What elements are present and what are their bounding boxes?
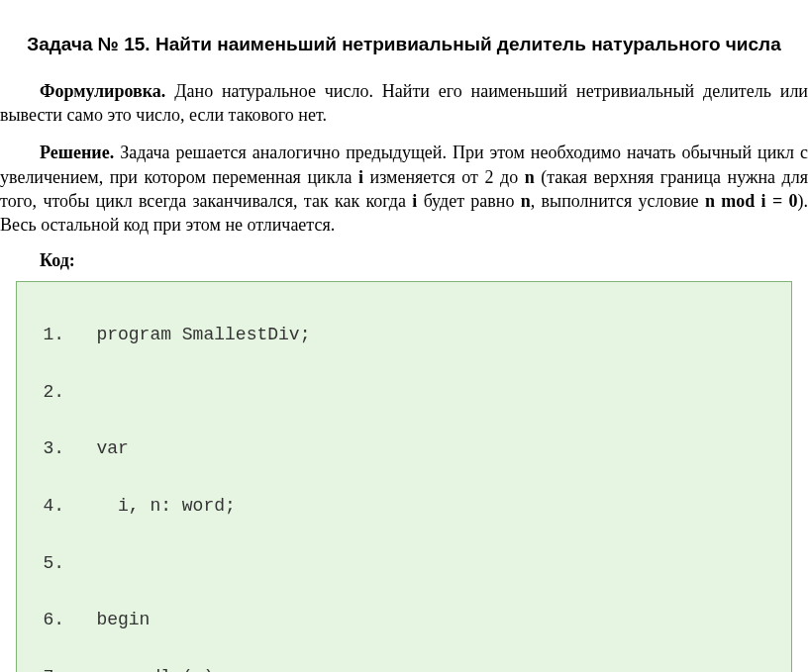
code-line: 7. readln(n); bbox=[31, 663, 777, 672]
code-line: 4. i, n: word; bbox=[31, 492, 777, 521]
solution-label: Решение. bbox=[40, 143, 114, 162]
solution-t5: , выполнится условие bbox=[531, 191, 705, 211]
solution-t2: изменяется от 2 до bbox=[363, 167, 525, 187]
code-label: Код: bbox=[0, 250, 808, 271]
solution-v4: n bbox=[521, 191, 531, 211]
code-line: 6. begin bbox=[31, 606, 777, 634]
code-line: 1. program SmallestDiv; bbox=[31, 321, 777, 349]
solution-v2: n bbox=[525, 167, 535, 187]
code-line: 3. var bbox=[31, 434, 777, 463]
solution-t4: будет равно bbox=[417, 191, 520, 211]
solution-paragraph: Решение. Задача решается аналогично пред… bbox=[0, 141, 808, 237]
code-line: 2. bbox=[31, 378, 777, 407]
formulation-label: Формулировка. bbox=[40, 81, 165, 101]
solution-v5: n mod i = 0 bbox=[705, 191, 798, 211]
page-title: Задача № 15. Найти наименьший нетривиаль… bbox=[20, 32, 788, 57]
code-line: 5. bbox=[31, 549, 777, 578]
code-block: 1. program SmallestDiv; 2. 3. var 4. i, … bbox=[16, 281, 792, 672]
formulation-paragraph: Формулировка. Дано натуральное число. На… bbox=[0, 79, 808, 128]
